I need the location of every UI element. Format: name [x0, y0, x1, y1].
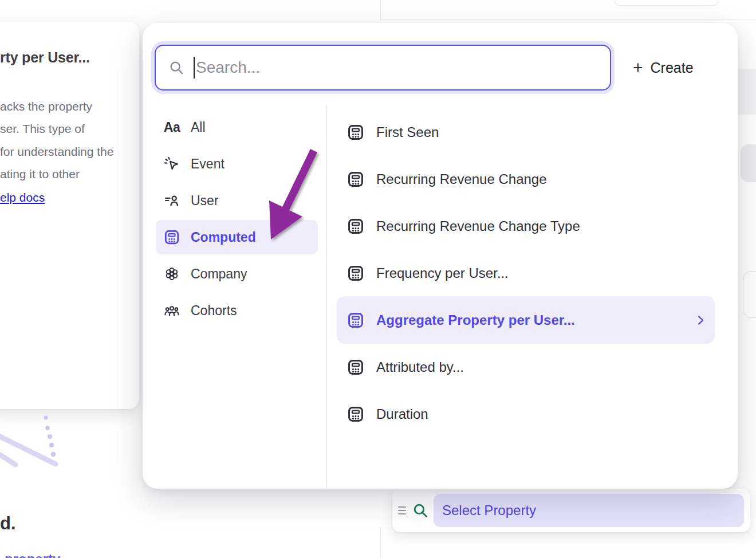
category-all[interactable]: Aa All	[156, 110, 318, 144]
page-horizontal-divider	[380, 19, 756, 19]
search-box[interactable]	[155, 45, 611, 91]
category-label: User	[191, 193, 219, 209]
calculator-icon	[346, 311, 365, 329]
calculator-icon	[163, 229, 180, 246]
calculator-icon	[346, 264, 365, 282]
create-button[interactable]: + Create	[633, 54, 694, 81]
list-item-recurring-revenue-change-type[interactable]: Recurring Revenue Change Type	[337, 202, 715, 250]
list-item-label: Frequency per User...	[376, 265, 707, 281]
list-item-label: Aggregate Property per User...	[376, 312, 694, 328]
tooltip-body: acks the property ser. This type of for …	[0, 95, 135, 186]
category-label: Computed	[191, 230, 256, 245]
category-label: Company	[191, 266, 247, 282]
tooltip-body-line: ser. This type of	[0, 117, 135, 140]
background-card-fragment-top	[614, 0, 719, 6]
search-input[interactable]	[196, 50, 610, 85]
list-item-frequency-per-user[interactable]: Frequency per User...	[337, 249, 715, 297]
search-icon	[168, 60, 184, 76]
screenshot-canvas: rty per User... acks the property ser. T…	[0, 0, 756, 558]
tooltip-title: rty per User...	[0, 49, 132, 66]
cursor-spark-icon	[163, 155, 180, 172]
tooltip-body-line: acks the property	[0, 95, 135, 117]
calculator-icon	[346, 358, 365, 376]
company-flower-icon	[163, 265, 180, 282]
property-selector-card: Select Property	[392, 489, 750, 532]
category-company[interactable]: Company	[156, 257, 318, 291]
people-group-icon	[163, 302, 180, 319]
calculator-icon	[346, 405, 365, 423]
drag-handle-icon[interactable]	[398, 506, 406, 514]
list-item-label: Attributed by...	[376, 359, 707, 375]
user-list-icon	[163, 192, 180, 209]
category-label: Event	[191, 156, 225, 172]
page-vertical-divider-top	[380, 0, 381, 19]
text-aa-icon: Aa	[163, 119, 180, 136]
calculator-icon	[346, 123, 365, 142]
list-item-first-seen[interactable]: First Seen	[337, 108, 715, 156]
list-item-label: Recurring Revenue Change Type	[376, 218, 707, 234]
background-fragment-gray-band	[738, 69, 756, 115]
pane-divider	[326, 105, 327, 489]
category-cohorts[interactable]: Cohorts	[156, 293, 318, 328]
list-item-aggregate-property-per-user[interactable]: Aggregate Property per User...	[337, 296, 715, 344]
list-item-attributed-by[interactable]: Attributed by...	[337, 343, 715, 391]
select-property-button[interactable]: Select Property	[434, 494, 744, 527]
create-button-label: Create	[651, 60, 694, 76]
list-item-label: Recurring Revenue Change	[376, 171, 707, 187]
list-item-recurring-revenue-change[interactable]: Recurring Revenue Change	[337, 155, 715, 203]
select-property-label: Select Property	[442, 502, 536, 518]
cutoff-purple-text-fragment: property	[5, 551, 60, 558]
decorative-illustration	[0, 411, 69, 469]
plus-icon: +	[633, 59, 643, 76]
background-fragment-gray-blob	[741, 144, 756, 182]
list-item-label: Duration	[376, 406, 707, 422]
category-computed[interactable]: Computed	[156, 220, 318, 254]
category-label: Cohorts	[191, 303, 237, 319]
category-user[interactable]: User	[156, 183, 318, 218]
tooltip-body-line: for understanding the	[0, 140, 135, 163]
category-event[interactable]: Event	[156, 147, 318, 181]
chevron-right-icon	[694, 314, 707, 327]
tooltip-body-line: ating it to other	[0, 163, 135, 185]
page-vertical-divider-bottom	[380, 527, 381, 558]
tooltip-card: rty per User... acks the property ser. T…	[0, 22, 139, 409]
list-item-label: First Seen	[376, 124, 707, 140]
property-picker-popover: + Create Aa All Event	[143, 23, 738, 489]
category-label: All	[191, 120, 206, 135]
calculator-icon	[346, 217, 365, 235]
help-docs-link[interactable]: elp docs	[0, 186, 45, 209]
text-caret	[194, 57, 195, 78]
cutoff-heading-fragment: d.	[0, 513, 16, 534]
background-card-corner-fragment	[743, 271, 756, 318]
search-icon-green	[412, 502, 429, 519]
calculator-icon	[346, 170, 365, 188]
list-item-duration[interactable]: Duration	[337, 390, 715, 438]
